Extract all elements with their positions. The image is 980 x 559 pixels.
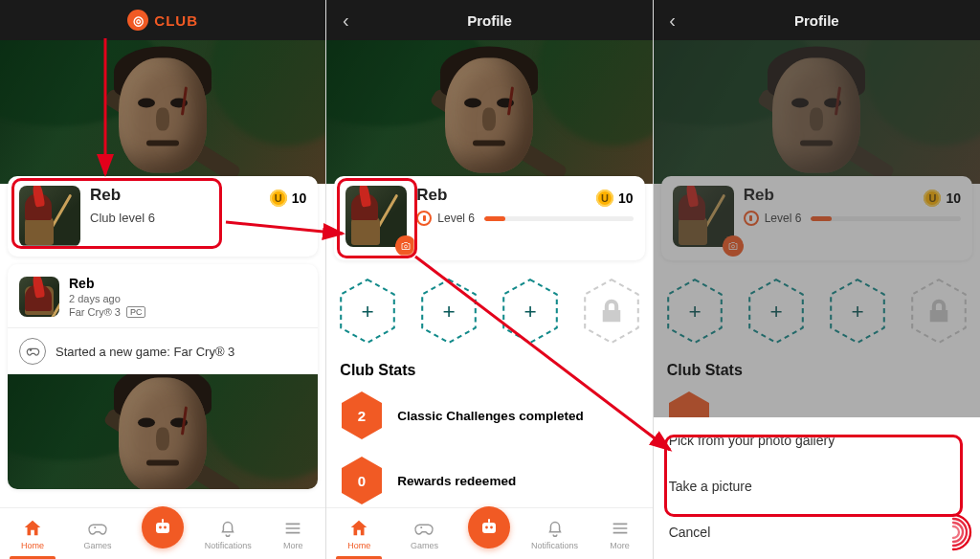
- stat-label: Rewards redeemed: [397, 474, 516, 488]
- camera-icon[interactable]: [395, 235, 416, 257]
- level-icon: [416, 211, 432, 226]
- header-title: Profile: [326, 12, 652, 29]
- ubisoft-swirl-icon: ◎: [127, 10, 148, 31]
- modal-backdrop[interactable]: [654, 40, 980, 431]
- stat-label: Classic Challenges completed: [397, 409, 583, 423]
- hero-banner: [0, 40, 325, 184]
- sheet-pick-gallery[interactable]: Pick from your photo gallery: [654, 417, 980, 463]
- header-bar: ‹ Profile: [654, 0, 980, 40]
- coin-balance: U 10: [596, 190, 634, 207]
- badge-slot-add[interactable]: +: [501, 278, 560, 345]
- screen-home: ◎ CLUB Reb Club level 6 U 10: [0, 0, 326, 559]
- feed-username: Reb: [69, 276, 145, 291]
- activity-text: Started a new game: Far Cry® 3: [56, 345, 234, 359]
- svg-rect-3: [162, 519, 164, 523]
- activity-image: [8, 374, 318, 489]
- hero-banner: [326, 40, 652, 184]
- svg-point-2: [164, 525, 167, 528]
- activity-card[interactable]: Reb 2 days ago Far Cry® 3 PC: [8, 264, 318, 489]
- nav-sam[interactable]: [130, 508, 195, 559]
- club-level-label: Club level 6: [90, 211, 155, 225]
- brand-logo: ◎ CLUB: [0, 10, 325, 31]
- coin-count: 10: [618, 190, 634, 206]
- svg-rect-19: [488, 519, 490, 523]
- bottom-nav: Home Games Notifications More: [0, 507, 325, 559]
- nav-sam[interactable]: [457, 508, 522, 559]
- svg-point-4: [405, 245, 408, 248]
- coin-count: 10: [292, 190, 307, 206]
- svg-rect-0: [156, 523, 169, 533]
- nav-home[interactable]: Home: [0, 508, 65, 559]
- coin-icon: U: [270, 190, 287, 207]
- coin-icon: U: [596, 190, 613, 207]
- svg-point-17: [486, 525, 489, 528]
- svg-text:+: +: [362, 300, 374, 324]
- username: Reb: [90, 186, 155, 205]
- sheet-cancel[interactable]: Cancel: [654, 509, 980, 559]
- svg-point-1: [159, 525, 162, 528]
- level-label: Level 6: [437, 212, 475, 225]
- nav-home[interactable]: Home: [326, 508, 391, 559]
- screen-profile-sheet: ‹ Profile Reb: [654, 0, 980, 559]
- svg-text:0: 0: [358, 473, 366, 489]
- level-progress: [484, 216, 634, 221]
- profile-summary-card[interactable]: Reb Club level 6 U 10: [8, 176, 318, 257]
- badge-slot-add[interactable]: +: [419, 278, 479, 345]
- badge-slot-add[interactable]: +: [338, 278, 397, 345]
- stat-row: 0 Rewards redeemed: [326, 448, 652, 507]
- nav-more[interactable]: More: [588, 508, 653, 559]
- avatar[interactable]: [19, 186, 80, 247]
- sheet-take-picture[interactable]: Take a picture: [654, 463, 980, 509]
- feed-avatar[interactable]: [19, 277, 59, 317]
- profile-card: Reb Level 6 U 10: [334, 176, 644, 260]
- gamepad-icon: [19, 338, 46, 365]
- header-title: Profile: [654, 12, 980, 29]
- nav-games[interactable]: Games: [65, 508, 130, 559]
- coin-balance: U 10: [270, 190, 307, 207]
- platform-chip: PC: [126, 306, 146, 318]
- header-bar: ‹ Profile: [326, 0, 652, 40]
- watermark-icon: [932, 511, 974, 553]
- home-scroll[interactable]: Reb Club level 6 U 10 Reb 2 days ago: [0, 40, 325, 507]
- screen-profile: ‹ Profile Reb: [326, 0, 653, 559]
- stat-badge-icon: 0: [340, 456, 384, 505]
- stat-row: 2 Classic Challenges completed: [326, 383, 652, 448]
- feed-game: Far Cry® 3: [69, 306, 121, 318]
- nav-notifications[interactable]: Notifications: [195, 508, 260, 559]
- header-bar: ◎ CLUB: [0, 0, 325, 40]
- feed-time: 2 days ago: [69, 293, 121, 304]
- nav-more[interactable]: More: [260, 508, 325, 559]
- action-sheet: Pick from your photo gallery Take a pict…: [654, 417, 980, 559]
- badge-slots: + + +: [326, 260, 652, 354]
- svg-rect-16: [482, 523, 496, 533]
- profile-scroll[interactable]: Reb Level 6 U 10 + + +: [326, 40, 652, 507]
- nav-games[interactable]: Games: [391, 508, 457, 559]
- bottom-nav: Home Games Notifications More: [326, 507, 652, 559]
- stat-badge-icon: 2: [340, 391, 384, 440]
- svg-text:+: +: [442, 300, 455, 324]
- svg-text:+: +: [523, 300, 536, 324]
- brand-text: CLUB: [154, 12, 198, 29]
- nav-notifications[interactable]: Notifications: [523, 508, 588, 559]
- svg-text:2: 2: [358, 408, 366, 424]
- svg-point-18: [491, 525, 494, 528]
- badge-slot-locked: [582, 278, 641, 345]
- club-stats-title: Club Stats: [326, 354, 652, 383]
